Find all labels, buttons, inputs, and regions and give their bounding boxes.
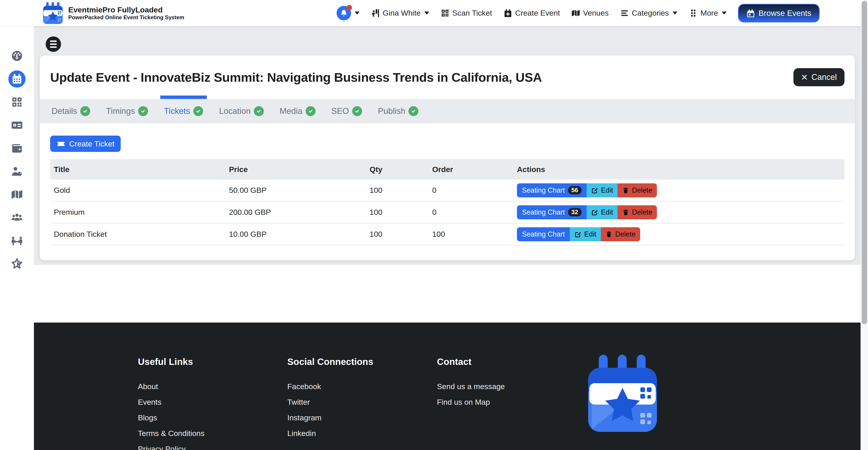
row-actions: Seating Chart Edit (517, 227, 640, 241)
main-content-area: Update Event - InnovateBiz Summit: Navig… (34, 26, 861, 265)
user-menu[interactable]: Gina White (371, 8, 429, 18)
seating-count-badge: 56 (568, 186, 582, 194)
table-row: Premium 200.00 GBP 100 0 Seating Chart 3… (50, 201, 844, 223)
footer-link-message[interactable]: Send us a message (437, 382, 505, 391)
sidebar-item-reviews[interactable] (8, 255, 26, 272)
tab-location[interactable]: Location (218, 99, 265, 123)
tab-label: Details (52, 106, 77, 116)
left-sidebar (0, 26, 34, 450)
ticket-price: 50.00 GBP (225, 179, 366, 201)
footer-link-about[interactable]: About (138, 382, 205, 391)
vertical-scrollbar[interactable] (861, 0, 868, 450)
nav-venues[interactable]: Venues (571, 8, 609, 18)
tickets-panel: Create Ticket Title Price Qty Order Acti… (40, 123, 855, 260)
footer-useful-links: Useful Links About Events Blogs Terms & … (138, 357, 205, 450)
page-title: Update Event - InnovateBiz Summit: Navig… (50, 70, 542, 85)
edit-label: Edit (601, 186, 613, 194)
notifications-menu[interactable] (337, 6, 360, 20)
seating-chart-button[interactable]: Seating Chart 56 (517, 184, 587, 197)
tab-seo[interactable]: SEO (330, 99, 364, 123)
sidebar-item-transfers[interactable] (8, 232, 26, 249)
sidebar-item-venues[interactable] (8, 186, 26, 203)
edit-button[interactable]: Edit (570, 227, 601, 241)
tab-timings[interactable]: Timings (105, 99, 149, 123)
brand-subtitle: PowerPacked Online Event Ticketing Syste… (68, 14, 184, 21)
delete-button[interactable]: Delete (618, 205, 657, 219)
footer-link-privacy[interactable]: Privacy Policy (138, 445, 205, 450)
brand-text: EventmiePro FullyLoaded PowerPacked Onli… (68, 5, 184, 21)
footer-link-map[interactable]: Find us on Map (437, 398, 505, 406)
money-check-icon (11, 119, 23, 131)
tab-media[interactable]: Media (278, 99, 317, 123)
delete-button[interactable]: Delete (601, 227, 640, 241)
seating-chart-button[interactable]: Seating Chart (517, 227, 570, 241)
event-tabs: Details Timings Tickets Location Media (40, 99, 855, 123)
user-name: Gina White (383, 8, 421, 18)
nav-create-event[interactable]: Create Event (503, 8, 560, 18)
browse-events-label: Browse Events (758, 8, 811, 18)
brand[interactable]: EventmiePro FullyLoaded PowerPacked Onli… (0, 2, 184, 24)
tab-tickets[interactable]: Tickets (162, 99, 205, 123)
create-ticket-button[interactable]: Create Ticket (50, 136, 121, 152)
sidebar-item-wallet[interactable] (8, 140, 26, 157)
check-circle-icon (193, 106, 203, 116)
sidebar-item-scan[interactable] (8, 93, 26, 111)
sidebar-item-members[interactable] (8, 209, 26, 226)
delete-button[interactable]: Delete (618, 184, 657, 197)
tab-publish[interactable]: Publish (377, 99, 420, 123)
ticket-price: 10.00 GBP (225, 223, 366, 245)
calendar-icon (746, 9, 755, 18)
app-logo-icon (42, 2, 63, 24)
trash-icon (622, 187, 629, 194)
people-arrows-icon (11, 234, 23, 247)
browse-events-button[interactable]: Browse Events (738, 4, 819, 22)
seating-chart-button[interactable]: Seating Chart 32 (517, 205, 587, 219)
ticket-order: 0 (429, 179, 513, 201)
chevron-down-icon (722, 11, 727, 15)
tab-label: Media (280, 106, 303, 116)
star-icon (11, 258, 23, 270)
footer-link-twitter[interactable]: Twitter (287, 398, 373, 406)
sidebar-item-payouts[interactable] (8, 117, 26, 134)
edit-button[interactable]: Edit (587, 205, 618, 219)
nav-scan-ticket-label: Scan Ticket (452, 8, 492, 18)
ticket-qty: 100 (366, 179, 429, 201)
footer-link-instagram[interactable]: Instagram (287, 413, 373, 422)
nav-more[interactable]: More (689, 8, 726, 18)
footer-link-facebook[interactable]: Facebook (287, 382, 373, 391)
footer-link-linkedin[interactable]: Linkedin (287, 429, 373, 438)
seating-chart-label: Seating Chart (522, 230, 565, 238)
nav-scan-ticket[interactable]: Scan Ticket (440, 8, 492, 18)
row-actions: Seating Chart 56 Edit (517, 184, 657, 197)
top-header: EventmiePro FullyLoaded PowerPacked Onli… (0, 0, 868, 26)
edit-button[interactable]: Edit (587, 184, 618, 197)
brand-title: EventmiePro FullyLoaded (68, 5, 184, 14)
sidebar-item-events[interactable] (8, 71, 26, 88)
table-row: Donation Ticket 10.00 GBP 100 100 Seatin… (50, 223, 844, 245)
scrollbar-thumb[interactable] (862, 1, 867, 324)
check-circle-icon (306, 106, 315, 116)
check-circle-icon (80, 106, 90, 116)
footer-link-terms[interactable]: Terms & Conditions (138, 429, 205, 438)
cancel-button[interactable]: Cancel (794, 68, 844, 86)
sidebar-item-customers[interactable] (8, 163, 26, 180)
nav-venues-label: Venues (583, 8, 609, 18)
calendar-plus-icon (503, 8, 513, 18)
footer-link-events[interactable]: Events (138, 398, 205, 406)
delete-label: Delete (615, 230, 636, 238)
cancel-label: Cancel (811, 73, 837, 82)
seating-chart-label: Seating Chart (522, 208, 565, 217)
qrcode-icon (440, 8, 450, 18)
sidebar-item-dashboard[interactable] (8, 47, 26, 64)
chevron-down-icon (355, 11, 360, 15)
nav-categories[interactable]: Categories (620, 8, 677, 18)
tab-details[interactable]: Details (50, 99, 92, 123)
footer-link-blogs[interactable]: Blogs (138, 413, 205, 422)
bell-icon[interactable] (337, 6, 351, 20)
edit-label: Edit (601, 208, 613, 217)
create-ticket-label: Create Ticket (69, 139, 114, 148)
sidebar-toggle-button[interactable] (46, 36, 61, 52)
trash-icon (605, 231, 613, 238)
ticket-order: 0 (429, 201, 513, 223)
ticket-title: Premium (50, 201, 225, 223)
